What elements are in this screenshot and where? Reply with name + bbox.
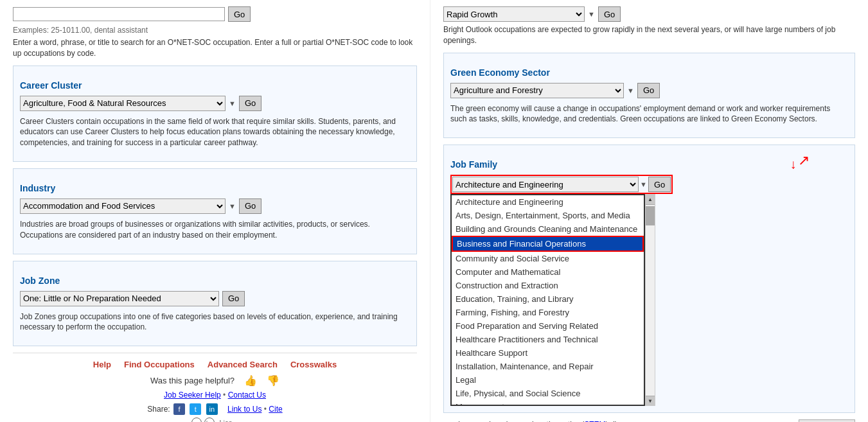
dropdown-item-healthcare-prac[interactable]: Healthcare Practitioners and Technical	[452, 333, 644, 346]
bright-outlook-select[interactable]: Rapid Growth Numerous Job Openings New a…	[443, 6, 585, 22]
industry-description: Industries are broad groups of businesse…	[20, 219, 410, 241]
dropdown-item-healthcare-sup[interactable]: Healthcare Support	[452, 346, 644, 360]
cc-by-icon: by	[204, 418, 215, 422]
industry-select[interactable]: Accommodation and Food Services	[20, 198, 226, 214]
career-cluster-select[interactable]: Agriculture, Food & Natural Resources	[20, 96, 226, 111]
industry-section: Industry Accommodation and Food Services…	[13, 168, 417, 254]
green-economy-select[interactable]: Agriculture and Forestry	[450, 83, 624, 98]
dropdown-item-building[interactable]: Building and Grounds Cleaning and Mainte…	[452, 222, 644, 236]
crosswalks-link[interactable]: Crosswalks	[290, 360, 337, 369]
job-zone-title: Job Zone	[20, 276, 410, 286]
link-to-us-link[interactable]: Link to Us	[227, 405, 261, 414]
helpful-row: Was this page helpful? 👍 👎	[13, 374, 417, 387]
industry-go-button[interactable]: Go	[239, 198, 261, 214]
help-link[interactable]: Help	[93, 360, 111, 369]
job-family-dropdown-list: Architecture and Engineering Arts, Desig…	[450, 194, 645, 406]
job-family-container: ↑ ↗ Architecture and Engineering ▼ Go	[450, 175, 848, 406]
dropdown-item-management[interactable]: Management	[452, 400, 644, 406]
dropdown-item-installation[interactable]: Installation, Maintenance, and Repair	[452, 360, 644, 373]
dropdown-item-architecture[interactable]: Architecture and Engineering	[452, 195, 644, 209]
dropdown-item-education[interactable]: Education, Training, and Library	[452, 292, 644, 306]
dropdown-item-farming[interactable]: Farming, Fishing, and Forestry	[452, 306, 644, 319]
industry-title: Industry	[20, 183, 410, 193]
footer-job-seeker: Job Seeker Help • Contact Us	[13, 391, 417, 400]
scrollbar-thumb[interactable]	[646, 206, 655, 225]
career-cluster-go-button[interactable]: Go	[239, 96, 261, 111]
share-row: Share: f t in Link to Us • Cite	[13, 403, 417, 415]
thumbs-down-button[interactable]: 👎	[267, 374, 279, 387]
dropdown-item-community[interactable]: Community and Social Service	[452, 252, 644, 265]
career-cluster-section: Career Cluster Agriculture, Food & Natur…	[13, 66, 417, 162]
job-zone-description: Job Zones group occupations into one of …	[20, 312, 410, 333]
keyword-search-input[interactable]	[13, 7, 225, 21]
search-description: Enter a word, phrase, or title to search…	[13, 37, 417, 59]
dropdown-item-legal[interactable]: Legal	[452, 373, 644, 387]
dropdown-item-business[interactable]: Business and Financial Operations	[452, 236, 644, 252]
job-seeker-help-link[interactable]: Job Seeker Help	[164, 391, 221, 400]
arrow-indicator: ↑	[790, 159, 797, 173]
job-family-go-button[interactable]: Go	[648, 177, 671, 192]
dropdown-item-life[interactable]: Life, Physical, and Social Science	[452, 387, 644, 400]
bright-outlook-description: Bright Outlook occupations are expected …	[443, 24, 855, 46]
cite-link[interactable]: Cite	[269, 405, 282, 414]
cc-icon: cc	[191, 418, 202, 422]
job-zone-select[interactable]: One: Little or No Preparation Needed	[20, 291, 219, 306]
career-cluster-description: Career Clusters contain occupations in t…	[20, 116, 410, 148]
dropdown-scrollbar[interactable]: ▲ ▼	[645, 194, 655, 406]
keyword-search-go-button[interactable]: Go	[228, 6, 251, 22]
cc-license-row: cc by Lice...	[13, 418, 417, 422]
twitter-share-icon[interactable]: t	[190, 403, 201, 415]
job-zone-go-button[interactable]: Go	[222, 291, 245, 306]
footer-nav: Help Find Occupations Advanced Search Cr…	[13, 360, 417, 369]
dropdown-item-food[interactable]: Food Preparation and Serving Related	[452, 319, 644, 333]
scrollbar-up-arrow[interactable]: ▲	[646, 195, 655, 205]
dropdown-item-arts[interactable]: Arts, Design, Entertainment, Sports, and…	[452, 209, 644, 222]
green-economy-section: Green Economy Sector Agriculture and For…	[443, 53, 855, 139]
linkedin-share-icon[interactable]: in	[206, 403, 218, 415]
green-economy-title: Green Economy Sector	[450, 67, 848, 78]
arrow-icon: ↗	[798, 152, 810, 169]
job-family-select-box: Architecture and Engineering ▼ Go	[450, 175, 673, 194]
job-family-section: Job Family ↑ ↗ Architecture and Engineer…	[443, 145, 855, 413]
career-cluster-title: Career Cluster	[20, 80, 410, 91]
onet-sites-section: O*NET Sites RSS ✉ Privacy • Disclaimer 2…	[793, 419, 855, 422]
job-family-dropdown: Architecture and Engineering Arts, Desig…	[450, 194, 848, 406]
license-text: Lice...	[219, 419, 238, 422]
share-label: Share:	[147, 405, 170, 414]
contact-us-link[interactable]: Contact Us	[228, 391, 266, 400]
thumbs-up-button[interactable]: 👍	[244, 374, 257, 387]
green-economy-go-button[interactable]: Go	[637, 83, 660, 98]
bright-outlook-go-button[interactable]: Go	[598, 6, 621, 22]
facebook-share-icon[interactable]: f	[173, 403, 185, 415]
helpful-question: Was this page helpful?	[150, 376, 235, 385]
find-occupations-link[interactable]: Find Occupations	[124, 360, 195, 369]
right-bottom: ...nology, engineering, and mathematics …	[443, 419, 855, 422]
stem-description: ...nology, engineering, and mathematics …	[443, 419, 630, 422]
onet-sites-button[interactable]: O*NET Sites	[799, 419, 855, 422]
scrollbar-down-arrow[interactable]: ▼	[646, 396, 655, 406]
search-examples-text: Examples: 25-1011.00, dental assistant	[13, 26, 417, 35]
advanced-search-link[interactable]: Advanced Search	[208, 360, 278, 369]
dropdown-item-computer[interactable]: Computer and Mathematical	[452, 265, 644, 279]
green-economy-description: The green economy will cause a change in…	[450, 103, 848, 125]
job-family-select[interactable]: Architecture and Engineering	[452, 177, 639, 192]
dropdown-item-construction[interactable]: Construction and Extraction	[452, 279, 644, 292]
job-zone-section: Job Zone One: Little or No Preparation N…	[13, 261, 417, 347]
job-family-title: Job Family	[450, 159, 848, 170]
